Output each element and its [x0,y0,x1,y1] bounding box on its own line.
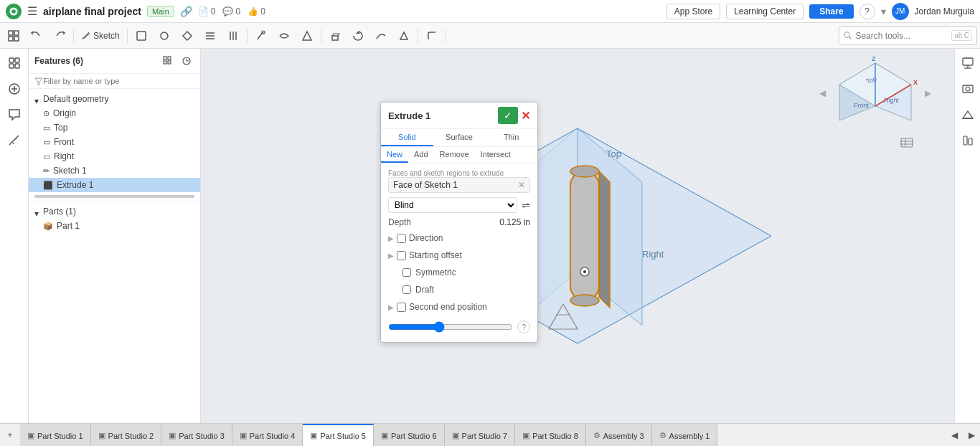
svg-rect-16 [15,64,19,68]
tab-label: Part Studio 1 [37,432,83,440]
user-name[interactable]: Jordan Murguia [915,6,974,16]
method-row: Blind Symmetric Up to next Up to face ⇌ [388,197,530,213]
loft-btn[interactable] [393,26,415,46]
flip-icon[interactable]: ⇌ [522,199,530,211]
undo-btn[interactable] [26,26,47,46]
sidebar-measure-icon[interactable] [3,129,26,152]
symmetric-checkbox[interactable] [402,268,411,277]
dialog-tabs: Solid Surface Thin [381,129,537,147]
hamburger-menu[interactable]: ☰ [27,4,37,18]
tab-part-icon: ▣ [98,431,105,440]
dialog-sub-tab-remove[interactable]: Remove [434,147,475,163]
sidebar-comment-icon[interactable] [3,103,26,126]
tree-item-top[interactable]: ▭ Top [29,120,200,135]
default-geometry-header[interactable]: Default geometry [29,92,200,106]
second-end-checkbox[interactable] [397,303,406,312]
bottom-tab-asm1[interactable]: ⚙ Assembly 1 [652,424,718,447]
view-btn-3[interactable] [176,26,198,46]
svg-rect-4 [9,37,13,41]
bottom-tab-ps5[interactable]: ▣ Part Studio 5 [303,424,374,447]
branch-badge[interactable]: Main [147,6,174,17]
feature-panel-title: Features (6) [34,56,157,66]
slider-input[interactable] [388,321,513,333]
tool-btn-2[interactable] [273,26,295,46]
divider-1 [73,29,74,43]
view-btn-4[interactable] [199,26,221,46]
bottom-nav-next[interactable]: ▶ [963,427,980,444]
tool-btn-3[interactable] [296,26,318,46]
app-store-button[interactable]: App Store [666,4,720,19]
bottom-tab-ps4[interactable]: ▣ Part Studio 4 [232,424,303,447]
tree-item-part1[interactable]: 📦 Part 1 [29,219,200,233]
dialog-tab-solid[interactable]: Solid [381,129,433,146]
dialog-tab-thin[interactable]: Thin [485,129,537,146]
dialog-sub-tab-new[interactable]: New [381,147,408,163]
direction-expand[interactable]: ▶ Direction [388,232,530,245]
sweep-btn[interactable] [370,26,392,46]
field-remove-btn[interactable]: ✕ [518,180,525,190]
nav-settings-btn[interactable] [899,135,915,153]
method-select[interactable]: Blind Symmetric Up to next Up to face [388,197,517,213]
divider-4 [321,29,321,43]
sidebar-add-icon[interactable] [3,77,26,100]
right-panel [954,49,980,423]
tree-item-right[interactable]: ▭ Right [29,149,200,163]
extrude-btn[interactable] [324,26,346,46]
feature-clock-icon[interactable] [179,53,194,69]
tree-item-sketch1[interactable]: ✏ Sketch 1 [29,163,200,178]
tree-item-origin[interactable]: ⊙ Origin [29,106,200,120]
nav-cube[interactable]: Front Right Top Z X ◀ ▶ [832,56,918,142]
right-icon-4[interactable] [956,129,979,152]
right-icon-3[interactable] [956,103,979,126]
tree-item-front[interactable]: ▭ Front [29,135,200,149]
bottom-tab-asm3[interactable]: ⚙ Assembly 3 [586,424,652,447]
svg-point-1 [11,9,16,14]
svg-point-31 [583,270,586,273]
dialog-tab-surface[interactable]: Surface [433,129,486,146]
user-avatar[interactable]: JM [892,3,909,20]
help-circle-icon[interactable]: ? [517,321,530,333]
dialog-confirm-button[interactable]: ✓ [498,107,518,124]
sidebar-features-icon[interactable] [3,52,26,75]
bottom-tab-ps7[interactable]: ▣ Part Studio 7 [445,424,516,447]
draft-checkbox[interactable] [402,285,411,294]
bottom-tab-ps1[interactable]: ▣ Part Studio 1 [20,424,91,447]
sketch-btn[interactable]: Sketch [77,26,124,46]
help-button[interactable]: ? [859,4,875,19]
tool-btn-1[interactable] [250,26,272,46]
starting-offset-checkbox[interactable] [397,251,406,260]
fillet-btn[interactable] [421,26,443,46]
bottom-tab-ps6[interactable]: ▣ Part Studio 6 [374,424,445,447]
bottom-tab-ps2[interactable]: ▣ Part Studio 2 [91,424,162,447]
right-icon-1[interactable] [956,52,979,75]
revolve-btn[interactable] [347,26,369,46]
bottom-tab-ps8[interactable]: ▣ Part Studio 8 [515,424,586,447]
add-tab-button[interactable]: + [0,425,20,445]
notification-icon[interactable]: ▾ [881,6,886,17]
dialog-sub-tab-intersect[interactable]: Intersect [475,147,517,163]
grid-btn[interactable] [3,26,24,46]
direction-checkbox[interactable] [397,234,406,243]
dialog-sub-tab-add[interactable]: Add [408,147,434,163]
view-btn-2[interactable] [154,26,175,46]
nav-right-arrow[interactable]: ▶ [925,88,931,98]
link-icon[interactable]: 🔗 [180,6,192,17]
learning-center-button[interactable]: Learning Center [726,4,804,19]
nav-left-arrow[interactable]: ◀ [819,88,826,98]
parts-header[interactable]: Parts (1) [29,204,200,219]
view-btn-1[interactable] [131,26,152,46]
field-container: Faces and sketch regions to extrude Face… [388,169,530,193]
filter-input[interactable] [43,77,194,85]
starting-offset-expand[interactable]: ▶ Starting offset [388,249,530,262]
view-btn-5[interactable] [222,26,244,46]
search-input[interactable] [855,31,948,41]
right-icon-2[interactable] [956,77,979,100]
share-button[interactable]: Share [809,4,853,19]
feature-list-icon[interactable] [160,53,176,69]
second-end-expand[interactable]: ▶ Second end position [388,300,530,313]
tree-item-extrude1[interactable]: ⬛ Extrude 1 [29,178,200,192]
dialog-cancel-button[interactable]: ✕ [521,109,530,123]
redo-btn[interactable] [49,26,70,46]
bottom-nav-prev[interactable]: ◀ [946,427,963,444]
bottom-tab-ps3[interactable]: ▣ Part Studio 3 [161,424,232,447]
